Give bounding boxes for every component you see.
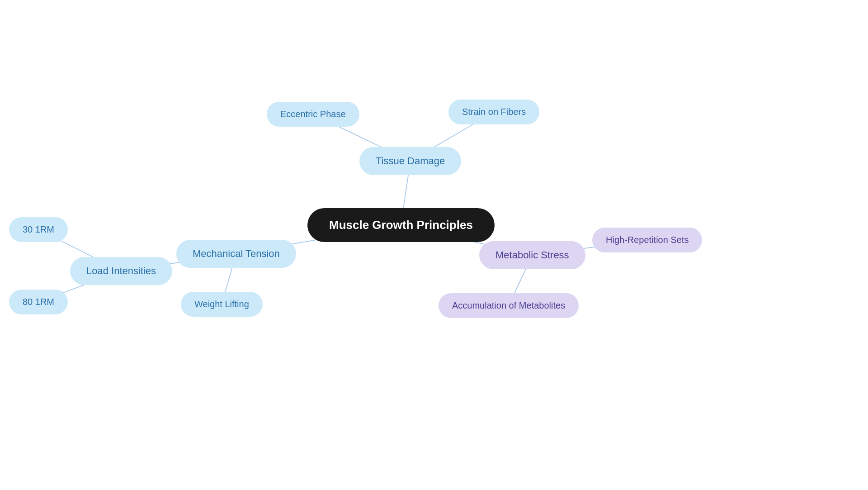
tissue-damage-node[interactable]: Tissue Damage (359, 147, 461, 175)
rm30-node[interactable]: 30 1RM (9, 217, 68, 242)
mechanical-tension-node[interactable]: Mechanical Tension (176, 240, 296, 268)
rm30-label: 30 1RM (23, 224, 54, 235)
accumulation-node[interactable]: Accumulation of Metabolites (439, 293, 579, 318)
weight-lifting-node[interactable]: Weight Lifting (181, 292, 263, 317)
center-node[interactable]: Muscle Growth Principles (307, 208, 495, 242)
accumulation-label: Accumulation of Metabolites (452, 300, 565, 311)
rm80-node[interactable]: 80 1RM (9, 290, 68, 314)
load-intensities-node[interactable]: Load Intensities (70, 257, 172, 285)
mechanical-tension-label: Mechanical Tension (193, 248, 280, 260)
eccentric-phase-label: Eccentric Phase (280, 109, 346, 119)
metabolic-stress-node[interactable]: Metabolic Stress (479, 241, 585, 269)
high-rep-sets-label: High-Repetition Sets (606, 235, 689, 245)
strain-on-fibers-node[interactable]: Strain on Fibers (448, 100, 539, 124)
eccentric-phase-node[interactable]: Eccentric Phase (267, 102, 359, 127)
high-rep-sets-node[interactable]: High-Repetition Sets (592, 228, 702, 252)
rm80-label: 80 1RM (23, 297, 54, 307)
tissue-damage-label: Tissue Damage (376, 155, 445, 167)
load-intensities-label: Load Intensities (86, 265, 156, 277)
strain-on-fibers-label: Strain on Fibers (462, 107, 526, 117)
metabolic-stress-label: Metabolic Stress (495, 249, 569, 261)
weight-lifting-label: Weight Lifting (194, 299, 249, 309)
center-node-label: Muscle Growth Principles (329, 218, 473, 232)
